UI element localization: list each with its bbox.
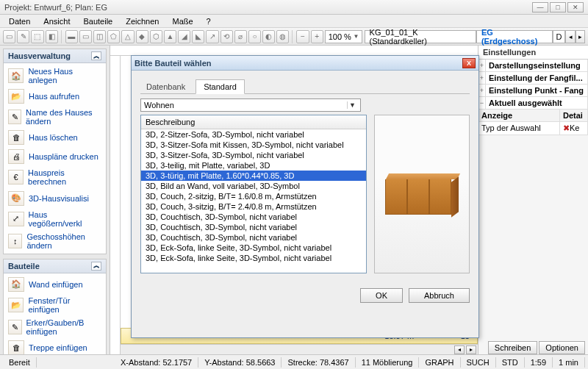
sidebar-item[interactable]: 🏠Neues Haus anlegen <box>4 65 106 87</box>
item-icon: 🏠 <box>8 68 24 83</box>
group-header-bauteile[interactable]: Bauteile ︽ <box>4 259 106 273</box>
tool-icon[interactable]: ◆ <box>136 30 148 43</box>
close-button[interactable]: ✕ <box>567 2 584 12</box>
sidebar-item[interactable]: 📂Fenster/Tür einfügen <box>4 294 106 316</box>
group-header-hausverwaltung[interactable]: Hausverwaltung ︽ <box>4 49 106 63</box>
sidebar-item[interactable]: 🖨Hauspläne drucken <box>4 147 106 166</box>
menu-zeichnen[interactable]: Zeichnen <box>120 15 165 27</box>
tool-icon[interactable]: ⟲ <box>220 30 233 43</box>
tool-icon[interactable]: ⬠ <box>107 30 120 43</box>
tool-icon[interactable]: ✎ <box>17 30 29 43</box>
ruler-vertical <box>110 56 121 354</box>
dialog-close-button[interactable]: X <box>462 58 476 68</box>
settings-row[interactable]: Einstellung Punkt - Fang <box>486 85 588 96</box>
list-item[interactable]: 3D, Bild an Wand, voll variabel, 3D-Symb… <box>141 181 366 191</box>
settings-row[interactable]: Aktuell ausgewählt <box>486 97 588 109</box>
sidebar-item[interactable]: 🏠Wand einfügen <box>4 275 106 294</box>
tool-icon[interactable]: ◣ <box>192 30 204 43</box>
menu-bauteile[interactable]: Bauteile <box>77 15 118 27</box>
ruler-horizontal <box>110 46 478 56</box>
list-item[interactable]: 3D, Couchtisch, 3D-Symbol, nicht variabe… <box>141 212 366 222</box>
options-button[interactable]: Optionen <box>539 341 585 354</box>
list-item[interactable]: 3D, Couchtisch, 3D-Symbol, nicht variabe… <box>141 232 366 243</box>
sidebar-item[interactable]: ✎Erker/Gauben/B einfügen <box>4 316 106 338</box>
list-item[interactable]: 3D, Couchtisch, 3D-Symbol, nicht variabe… <box>141 222 366 232</box>
menu-daten[interactable]: Daten <box>3 15 36 27</box>
tool-icon[interactable]: ▭ <box>3 30 15 43</box>
tool-icon[interactable]: ⬚ <box>31 30 43 43</box>
list-item[interactable]: 3D, 3-teilig, mit Platte, variabel, 3D <box>141 160 366 171</box>
sidebar-item[interactable]: 🎨3D-Hausvisualisi <box>4 189 106 208</box>
zoom-in-icon[interactable]: + <box>311 30 323 43</box>
scroll-left-icon[interactable]: ◂ <box>454 345 465 354</box>
toolbar: ▭ ✎ ⬚ ◧ ▬ ▭ ◫ ⬠ △ ◆ ⬡ ▲ ◢ ◣ ↗ ⟲ ⌀ ○ ◐ ◍ … <box>0 28 588 46</box>
component-listbox[interactable]: Beschreibung 3D, 2-Sitzer-Sofa, 3D-Symbo… <box>140 115 367 273</box>
ok-button[interactable]: OK <box>360 288 403 303</box>
item-label: Haus vegößern/verkl <box>29 210 101 228</box>
col-anzeige: Anzeige <box>478 110 560 121</box>
sidebar-item[interactable]: 🗑Haus löschen <box>4 128 106 147</box>
prop-value[interactable]: ✖Ke <box>560 122 588 135</box>
collapse-icon[interactable]: − <box>478 97 486 109</box>
zoom-combo[interactable]: 100 % ▼ <box>325 30 363 43</box>
list-item[interactable]: 3D, Eck-Sofa, linke Seite, 3D-Symbol, ni… <box>141 253 366 263</box>
floor-kg[interactable]: KG_01_01_K (Standardkeller) <box>365 30 476 43</box>
minimize-button[interactable]: — <box>532 2 548 12</box>
list-item[interactable]: 3D, Eck-Sofa, linke Seite, 3D-Symbol, ni… <box>141 243 366 253</box>
write-button[interactable]: Schreiben <box>488 341 538 354</box>
category-combo[interactable]: Wohnen ▼ <box>140 98 361 112</box>
menu-masse[interactable]: Maße <box>166 15 198 27</box>
expand-icon[interactable]: + <box>478 85 486 96</box>
list-item[interactable]: 3D, 3-Sitzer-Sofa mit Kissen, 3D-Symbol,… <box>141 140 366 150</box>
tool-icon[interactable]: ◢ <box>178 30 190 43</box>
tool-icon[interactable]: △ <box>121 30 134 43</box>
tool-icon[interactable]: ▲ <box>164 30 176 43</box>
list-item[interactable]: 3D, Couch, 3-sitzig, B/T= 2.4/0.8 m, Arm… <box>141 201 366 212</box>
h-scrollbar[interactable]: ◂ ▸ <box>121 344 478 354</box>
tool-icon[interactable]: ▭ <box>79 30 92 43</box>
list-header[interactable]: Beschreibung <box>141 115 366 129</box>
tool-icon[interactable]: ○ <box>248 30 261 43</box>
list-item[interactable]: 3D, 2-Sitzer-Sofa, 3D-Symbol, nicht vari… <box>141 129 366 140</box>
settings-header: Einstellungen <box>478 46 588 60</box>
tool-icon[interactable]: ◫ <box>93 30 106 43</box>
list-item[interactable]: 3D, 3-türig, mit Platte, 1.60*0.44*0.85,… <box>141 171 366 181</box>
floor-eg[interactable]: EG (Erdgeschoss) <box>476 30 553 43</box>
floor-d[interactable]: D <box>553 30 566 43</box>
maximize-button[interactable]: □ <box>550 2 566 12</box>
scroll-right-icon[interactable]: ▸ <box>466 345 476 354</box>
tool-icon[interactable]: ⌀ <box>234 30 247 43</box>
tool-icon[interactable]: ◐ <box>262 30 275 43</box>
floor-next[interactable]: ▸ <box>576 30 585 43</box>
floor-prev[interactable]: ◂ <box>565 30 575 43</box>
sidebar-item[interactable]: ✎Name des Hauses ändern <box>4 106 106 128</box>
item-label: Fenster/Tür einfügen <box>28 296 101 314</box>
dialog-titlebar[interactable]: Bitte Bauteil wählen X <box>132 56 478 71</box>
tool-icon[interactable]: ◧ <box>46 30 58 43</box>
settings-row[interactable]: Darstellungseinstellung <box>486 60 588 71</box>
sidebar-item[interactable]: 🗑Treppe einfügen <box>4 338 106 354</box>
right-panel: Einstellungen +Darstellungseinstellung +… <box>478 46 588 354</box>
chevron-up-icon[interactable]: ︽ <box>91 51 101 60</box>
chevron-up-icon[interactable]: ︽ <box>91 262 101 271</box>
tool-icon[interactable]: ↗ <box>206 30 218 43</box>
tab-standard[interactable]: Standard <box>196 79 245 94</box>
menu-ansicht[interactable]: Ansicht <box>37 15 76 27</box>
list-item[interactable]: 3D, 3-Sitzer-Sofa, 3D-Symbol, nicht vari… <box>141 150 366 160</box>
expand-icon[interactable]: + <box>478 72 486 84</box>
expand-icon[interactable]: + <box>478 60 486 71</box>
tool-icon[interactable]: ▬ <box>65 30 78 43</box>
sidebar-item[interactable]: ⤢Haus vegößern/verkl <box>4 208 106 230</box>
sidebar-item[interactable]: ↕Geschosshöhen ändern <box>4 230 106 252</box>
settings-row[interactable]: Einstellung der Fangfil... <box>486 72 588 84</box>
cancel-button[interactable]: Abbruch <box>409 288 470 303</box>
menu-help[interactable]: ? <box>201 15 217 27</box>
sidebar-item[interactable]: 📂Haus aufrufen <box>4 87 106 106</box>
zoom-out-icon[interactable]: − <box>296 30 309 43</box>
list-item[interactable]: 3D, Couch, 2-sitzig, B/T= 1.6/0.8 m, Arm… <box>141 191 366 201</box>
item-icon: ✎ <box>8 110 21 124</box>
tool-icon[interactable]: ⬡ <box>150 30 162 43</box>
tool-icon[interactable]: ◍ <box>276 30 289 43</box>
select-component-dialog: Bitte Bauteil wählen X Datenbank Standar… <box>131 55 479 338</box>
sidebar-item[interactable]: €Hauspreis berechnen <box>4 166 106 188</box>
